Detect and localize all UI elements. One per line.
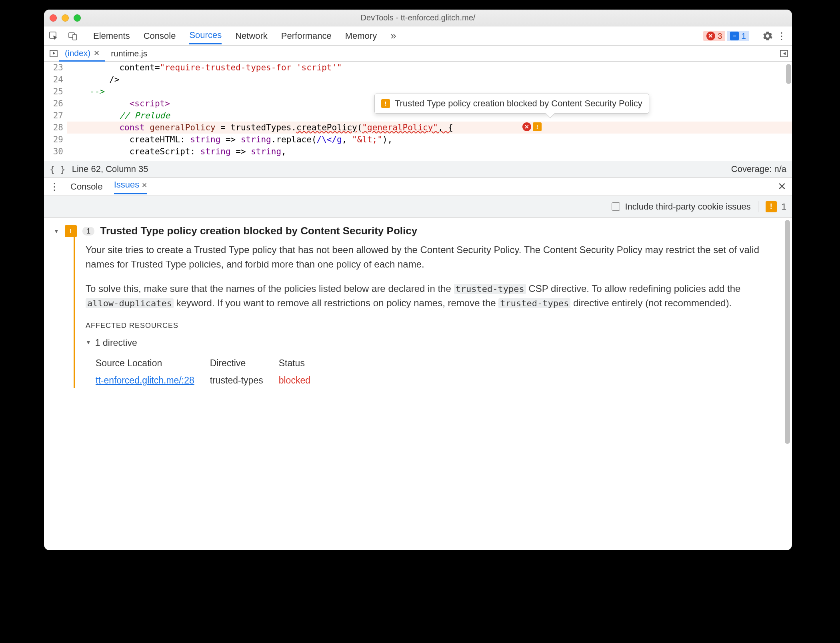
drawer-tab-issues[interactable]: Issues ✕ (114, 180, 148, 194)
directive-count: 1 directive (95, 336, 137, 349)
status-value: blocked (278, 373, 325, 387)
issue-header[interactable]: ▼ ! 1 Trusted Type policy creation block… (54, 225, 782, 237)
message-counter[interactable]: ≡ 1 (727, 31, 749, 41)
file-tab-label: runtime.js (111, 49, 147, 58)
issues-toolbar: Include third-party cookie issues ! 1 (44, 196, 792, 218)
more-icon[interactable]: ⋮ (50, 181, 59, 192)
table-row: tt-enforced.glitch.me/:28 trusted-types … (95, 373, 325, 387)
issue-detail: Your site tries to create a Trusted Type… (74, 237, 782, 388)
file-tab-index[interactable]: (index) ✕ (59, 46, 105, 62)
separator (755, 30, 755, 42)
minimize-window-button[interactable] (62, 14, 69, 22)
devtools-window: DevTools - tt-enforced.glitch.me/ Elemen… (44, 10, 792, 550)
tab-memory[interactable]: Memory (345, 28, 377, 44)
source-link[interactable]: tt-enforced.glitch.me/:28 (96, 375, 194, 385)
directive-value: trusted-types (210, 373, 278, 387)
tab-console[interactable]: Console (144, 28, 176, 44)
svg-rect-2 (73, 34, 76, 40)
tooltip-text: Trusted Type policy creation blocked by … (395, 98, 642, 110)
drawer-tabs: ⋮ Console Issues ✕ ✕ (44, 178, 792, 196)
include-cookies-checkbox[interactable] (612, 202, 620, 211)
message-icon: ≡ (730, 32, 739, 40)
issue-paragraph: To solve this, make sure that the names … (86, 282, 774, 310)
col-directive: Directive (210, 356, 278, 372)
error-icon: ✕ (706, 32, 715, 40)
code-lines: content="require-trusted-types-for 'scri… (67, 62, 792, 161)
tab-elements[interactable]: Elements (93, 28, 130, 44)
separator (758, 201, 758, 212)
code-snippet: trusted-types (454, 284, 526, 294)
issue-paragraph: Your site tries to create a Trusted Type… (86, 243, 774, 271)
format-icon[interactable]: { } (50, 164, 66, 174)
error-count: 3 (718, 31, 722, 41)
titlebar: DevTools - tt-enforced.glitch.me/ (44, 10, 792, 26)
close-drawer-icon[interactable]: ✕ (778, 180, 786, 193)
inline-issue-icons[interactable]: ✕ ! (522, 122, 542, 131)
close-window-button[interactable] (50, 14, 57, 22)
tooltip: ! Trusted Type policy creation blocked b… (374, 94, 649, 114)
issues-body: ▼ ! 1 Trusted Type policy creation block… (44, 218, 792, 550)
device-toolbar-icon[interactable] (63, 26, 82, 45)
file-tab-label: (index) (65, 48, 90, 58)
code-snippet: allow-duplicates (86, 298, 174, 308)
main-tabs: Elements Console Sources Network Perform… (85, 26, 396, 45)
include-cookies-label: Include third-party cookie issues (625, 202, 750, 212)
col-status: Status (278, 356, 325, 372)
col-source: Source Location (95, 356, 209, 372)
code-snippet: trusted-types (498, 298, 570, 308)
warning-icon: ! (533, 122, 542, 131)
warning-icon: ! (381, 99, 390, 108)
editor-status: { } Line 62, Column 35 Coverage: n/a (44, 161, 792, 178)
issue-title: Trusted Type policy creation blocked by … (100, 225, 417, 237)
directive-group[interactable]: ▼ 1 directive (86, 336, 774, 349)
cursor-position: Line 62, Column 35 (72, 164, 148, 174)
issue-count-badge: 1 (82, 227, 95, 236)
more-icon[interactable]: ⋮ (776, 30, 787, 42)
close-icon[interactable]: ✕ (94, 49, 100, 58)
settings-icon[interactable] (761, 31, 774, 41)
code-editor[interactable]: 2324252627282930 content="require-truste… (44, 62, 792, 161)
affected-table: Source Location Directive Status tt-enfo… (94, 355, 326, 388)
file-tabs-bar: (index) ✕ runtime.js (44, 46, 792, 62)
close-icon[interactable]: ✕ (142, 182, 147, 189)
chevron-down-icon: ▼ (54, 228, 59, 234)
debugger-toggle-icon[interactable] (780, 50, 788, 58)
window-controls (50, 14, 81, 22)
inspect-icon[interactable] (44, 26, 63, 45)
coverage-label: Coverage: n/a (731, 164, 786, 174)
warning-icon: ! (65, 225, 77, 237)
error-counter[interactable]: ✕ 3 (703, 31, 726, 41)
tab-performance[interactable]: Performance (281, 28, 332, 44)
error-icon: ✕ (522, 122, 531, 131)
line-gutter: 2324252627282930 (44, 62, 67, 161)
tabs-overflow-icon[interactable]: » (390, 27, 396, 44)
drawer-tab-console[interactable]: Console (70, 182, 103, 192)
scrollbar-vertical[interactable] (785, 220, 790, 444)
chevron-down-icon: ▼ (86, 338, 91, 347)
file-tab-runtime[interactable]: runtime.js (105, 46, 153, 61)
scrollbar-vertical[interactable] (786, 64, 791, 84)
issue-count: 1 (782, 202, 786, 212)
tab-sources[interactable]: Sources (189, 28, 222, 44)
window-title: DevTools - tt-enforced.glitch.me/ (44, 13, 792, 22)
affected-resources-label: AFFECTED RESOURCES (86, 320, 774, 331)
tab-network[interactable]: Network (235, 28, 268, 44)
maximize-window-button[interactable] (74, 14, 81, 22)
warning-icon: ! (766, 201, 777, 212)
navigator-toggle-icon[interactable] (48, 50, 59, 58)
message-count: 1 (741, 31, 746, 41)
main-toolbar: Elements Console Sources Network Perform… (44, 26, 792, 46)
